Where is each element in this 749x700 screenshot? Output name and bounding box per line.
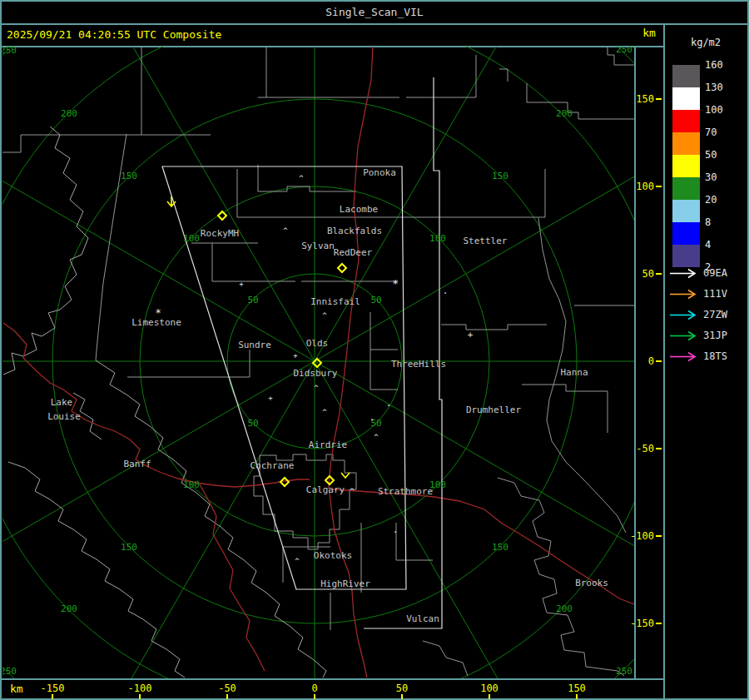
- town-marker: +: [239, 280, 244, 288]
- scan-area-outline-b: [364, 77, 442, 628]
- site-arrow-icon: [669, 351, 699, 362]
- range-ring-label: 50: [247, 418, 258, 429]
- colorbar-label: 160: [705, 60, 738, 70]
- city-label-rockymh: RockyMH: [201, 228, 239, 239]
- colorbar-unit: kg/m2: [666, 37, 746, 48]
- x-axis-label: 50: [382, 683, 422, 694]
- city-label-blackfalds: Blackfalds: [327, 226, 382, 236]
- town-marker: *: [155, 307, 161, 319]
- scan-timestamp: 2025/09/21 04:20:55 UTC Composite: [7, 28, 221, 41]
- site-label: 27ZW: [703, 310, 727, 320]
- window-border-left: [0, 0, 2, 700]
- town-marker: ^: [314, 384, 319, 392]
- city-label-strathmore: Strathmore: [378, 486, 433, 497]
- range-ring-label: 50: [370, 295, 381, 305]
- radial-line-150deg: [2, 47, 634, 678]
- x-axis-label: 150: [557, 683, 597, 694]
- range-ring-label: 250: [616, 666, 632, 677]
- colorbar-swatch: [672, 110, 700, 132]
- city-label-okotoks: Okotoks: [314, 550, 352, 561]
- y-axis-tick: [656, 273, 662, 275]
- x-axis-tick: [489, 694, 490, 699]
- colorbar-swatch: [672, 132, 700, 155]
- city-label-cochrane: Cochrane: [250, 460, 295, 471]
- site-label: 31JP: [703, 330, 727, 340]
- x-axis-tick: [52, 694, 53, 699]
- town-marker: ·: [393, 527, 399, 538]
- town-marker: ^: [350, 487, 355, 495]
- range-ring-label: 200: [556, 603, 573, 614]
- radial-line-120deg: [2, 47, 634, 678]
- y-axis-tick: [656, 535, 662, 537]
- city-label-airdrie: Airdrie: [309, 439, 347, 450]
- site-legend-row: 18TS: [669, 351, 746, 363]
- range-ring-label: 150: [121, 171, 137, 181]
- polar-grid: [2, 47, 634, 678]
- city-label-louise: Louise: [47, 411, 81, 422]
- city-label-calgary: Calgary: [306, 484, 345, 495]
- city-label-threehills: ThreeHills: [391, 359, 446, 370]
- y-axis-unit: km: [637, 27, 661, 39]
- site-label: 09EA: [703, 268, 727, 278]
- town-marker: ^: [295, 557, 300, 565]
- y-axis-label: -150: [624, 618, 654, 628]
- colorbar-label: 100: [705, 105, 738, 115]
- range-ring-label: 250: [2, 666, 17, 677]
- site-arrow-icon: [669, 310, 699, 320]
- city-label-highriver: HighRiver: [320, 578, 370, 589]
- colorbar-label: 4: [705, 240, 738, 250]
- town-marker: +: [468, 330, 474, 340]
- titlebar[interactable]: Single_Scan_VIL: [0, 0, 749, 23]
- range-ring-label: 100: [183, 479, 200, 490]
- colorbar-swatch: [672, 222, 700, 245]
- colorbar-label: 70: [705, 127, 738, 137]
- colorbar-label: 8: [705, 217, 738, 227]
- storm-motion-arrow: [341, 473, 350, 478]
- site-legend-row: 31JP: [669, 330, 746, 342]
- radar-app-window: Single_Scan_VIL 2025/09/21 04:20:55 UTC …: [0, 0, 749, 700]
- y-axis-tick: [656, 360, 662, 362]
- range-ring-label: 250: [616, 47, 632, 55]
- town-marker: ^: [322, 311, 327, 320]
- y-axis-tick: [656, 623, 662, 624]
- x-axis-tick: [226, 694, 228, 699]
- town-marker: ^: [299, 174, 304, 182]
- city-label-didsbury: Didsbury: [294, 368, 338, 379]
- range-ring-label: 100: [183, 233, 200, 244]
- y-axis-label: 100: [624, 181, 654, 191]
- map-viewport[interactable]: 5050505010010010010015015015015020020020…: [2, 47, 634, 678]
- site-label: 111V: [703, 289, 727, 299]
- x-axis-label: -100: [120, 683, 160, 694]
- radial-line-60deg: [2, 47, 634, 678]
- town-marker: +: [293, 351, 298, 360]
- y-axis-label: 0: [624, 356, 654, 366]
- city-label-stettler: Stettler: [464, 236, 508, 246]
- echo-diamond-marker: [338, 264, 346, 272]
- range-ring-label: 200: [61, 603, 77, 614]
- x-axis-label: 100: [469, 683, 509, 694]
- city-label-banff: Banff: [123, 459, 151, 469]
- titlebar-separator: [0, 23, 749, 25]
- town-marker: *: [392, 278, 398, 290]
- x-axis-unit: km: [10, 683, 23, 695]
- colorbar-label: 50: [705, 150, 738, 160]
- site-legend-row: 09EA: [669, 268, 746, 280]
- city-label-brooks: Brooks: [575, 578, 608, 588]
- site-label: 18TS: [703, 351, 727, 361]
- range-ring-label: 50: [247, 295, 258, 305]
- town-marker: ^: [374, 433, 379, 441]
- x-axis-tick: [576, 694, 578, 699]
- colorbar-swatch: [672, 155, 700, 177]
- x-axis-label: -150: [32, 683, 72, 694]
- range-ring-label: 100: [429, 233, 446, 244]
- range-ring-label: 150: [121, 542, 137, 553]
- city-labels-layer: PonokaLacombeBlackfaldsSylvanRedDeerRock…: [47, 167, 608, 624]
- radial-line-30deg: [2, 47, 634, 678]
- city-label-lacombe: Lacombe: [340, 204, 378, 215]
- range-ring-label: 250: [2, 47, 17, 56]
- city-label-ponoka: Ponoka: [363, 167, 396, 178]
- x-axis-label: -50: [207, 683, 247, 694]
- city-label-vulcan: Vulcan: [406, 613, 439, 624]
- colorbar-swatch: [672, 65, 700, 87]
- site-legend-row: 27ZW: [669, 310, 746, 321]
